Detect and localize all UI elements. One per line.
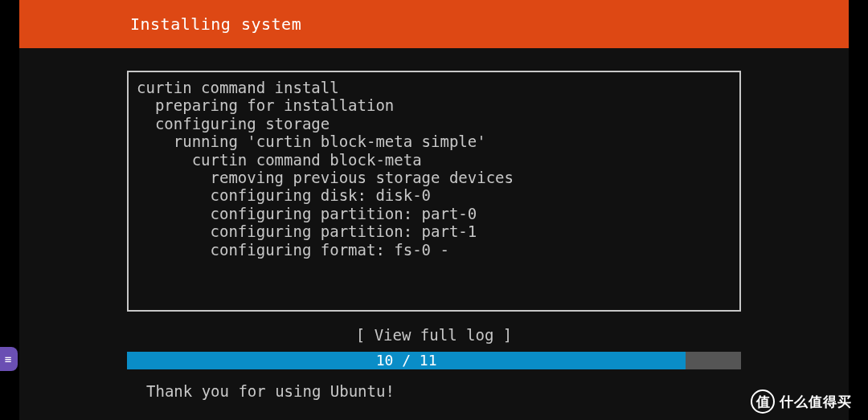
log-line: configuring format: fs-0 - xyxy=(137,241,731,259)
log-line: configuring partition: part-0 xyxy=(137,205,731,222)
header-bar: Installing system xyxy=(19,0,849,48)
menu-icon: ≡ xyxy=(5,353,11,365)
progress-bar: 10 / 11 xyxy=(127,352,741,369)
progress-fill: 10 / 11 xyxy=(127,352,686,369)
log-line: running 'curtin block-meta simple' xyxy=(137,133,731,150)
log-line: preparing for installation xyxy=(137,96,731,114)
view-full-log-button[interactable]: [ View full log ] xyxy=(19,326,849,344)
thank-you-message: Thank you for using Ubuntu! xyxy=(146,382,849,400)
log-line: curtin command block-meta xyxy=(137,151,731,169)
watermark-badge-icon: 值 xyxy=(751,389,775,414)
installer-screen: Installing system curtin command install… xyxy=(19,0,849,420)
content-area: curtin command install preparing for ins… xyxy=(19,71,849,400)
log-line: configuring storage xyxy=(137,115,731,133)
log-line: curtin command install xyxy=(137,79,731,96)
side-tab-button[interactable]: ≡ xyxy=(0,347,18,371)
progress-remaining xyxy=(686,352,741,369)
log-line: configuring partition: part-1 xyxy=(137,222,731,240)
watermark: 值 什么值得买 xyxy=(751,389,852,414)
page-title: Installing system xyxy=(130,14,301,34)
log-line: removing previous storage devices xyxy=(137,169,731,186)
watermark-text: 什么值得买 xyxy=(780,393,852,411)
install-log-box: curtin command install preparing for ins… xyxy=(127,71,741,312)
log-line: configuring disk: disk-0 xyxy=(137,186,731,204)
letterbox-right xyxy=(849,0,868,420)
